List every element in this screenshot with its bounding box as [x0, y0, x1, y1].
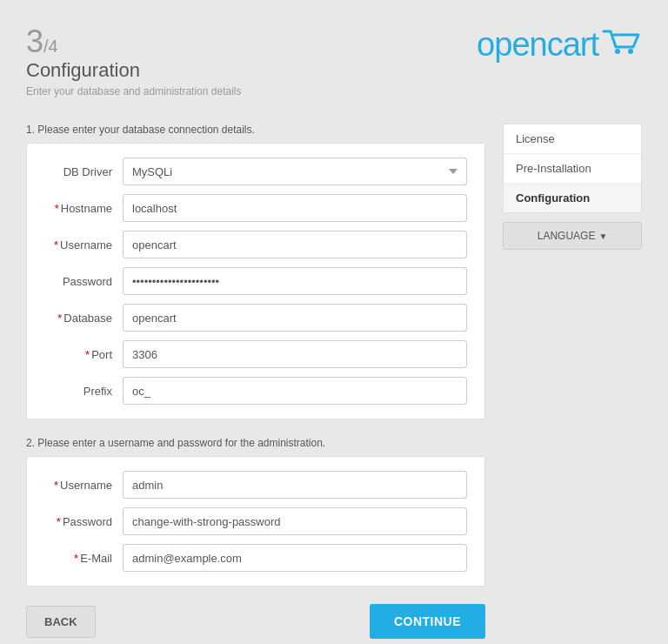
sidebar-nav: License Pre-Installation Configuration	[503, 124, 642, 213]
db-driver-label: DB Driver	[44, 165, 123, 178]
prefix-label: Prefix	[44, 385, 123, 398]
step-info: 3/4 Configuration Enter your database an…	[26, 26, 241, 97]
step-total: /4	[43, 37, 58, 56]
prefix-row: Prefix	[44, 377, 467, 405]
main-content: 1. Please enter your database connection…	[26, 124, 642, 639]
required-star: *	[85, 348, 90, 361]
admin-form-panel: *Username *Password *E-Mail	[26, 456, 485, 587]
database-row: *Database	[44, 304, 467, 332]
admin-password-input[interactable]	[123, 507, 467, 535]
sidebar-item-preinstall[interactable]: Pre-Installation	[504, 154, 641, 184]
sidebar-item-license[interactable]: License	[504, 124, 641, 154]
db-driver-row: DB Driver MySQLi	[44, 158, 467, 185]
db-driver-select[interactable]: MySQLi	[123, 158, 467, 185]
db-password-label: Password	[44, 275, 123, 288]
port-input[interactable]	[123, 340, 467, 368]
svg-point-0	[615, 49, 620, 54]
step-current: 3	[26, 23, 43, 59]
email-row: *E-Mail	[44, 544, 467, 572]
db-username-label: *Username	[44, 238, 123, 252]
hostname-label: *Hostname	[44, 202, 123, 215]
sidebar-item-configuration[interactable]: Configuration	[504, 184, 641, 212]
admin-password-row: *Password	[44, 507, 467, 535]
footer-buttons: BACK CONTINUE	[26, 604, 485, 639]
language-button[interactable]: LANGUAGE ▼	[503, 222, 642, 250]
required-star: *	[74, 552, 78, 565]
admin-username-input[interactable]	[123, 471, 467, 499]
step-number: 3/4	[26, 26, 241, 57]
required-star: *	[57, 312, 62, 325]
language-btn-label: LANGUAGE	[538, 230, 596, 242]
required-star: *	[54, 479, 58, 492]
required-star: *	[54, 238, 58, 252]
admin-username-row: *Username	[44, 471, 467, 499]
required-star: *	[55, 202, 59, 215]
port-row: *Port	[44, 340, 467, 368]
logo-text: opencart	[477, 26, 598, 64]
email-label: *E-Mail	[44, 552, 123, 565]
logo-icon	[602, 28, 642, 62]
hostname-input[interactable]	[123, 194, 467, 222]
admin-username-label: *Username	[44, 479, 123, 492]
page-header: 3/4 Configuration Enter your database an…	[26, 26, 642, 97]
email-input[interactable]	[123, 544, 467, 572]
db-username-input[interactable]	[123, 231, 467, 258]
db-password-row: Password	[44, 267, 467, 295]
sidebar: License Pre-Installation Configuration L…	[503, 124, 642, 639]
svg-point-1	[628, 49, 633, 54]
chevron-down-icon: ▼	[598, 231, 607, 241]
section1-label: 1. Please enter your database connection…	[26, 124, 485, 136]
prefix-input[interactable]	[123, 377, 467, 405]
step-subtitle: Enter your database and administration d…	[26, 85, 241, 97]
required-star: *	[57, 515, 61, 528]
step-title: Configuration	[26, 59, 241, 82]
form-area: 1. Please enter your database connection…	[26, 124, 485, 639]
admin-password-label: *Password	[44, 515, 123, 528]
logo: opencart	[477, 26, 642, 64]
db-password-input[interactable]	[123, 267, 467, 295]
database-input[interactable]	[123, 304, 467, 332]
port-label: *Port	[44, 348, 123, 361]
database-label: *Database	[44, 312, 123, 325]
continue-button[interactable]: CONTINUE	[370, 604, 485, 639]
db-form-panel: DB Driver MySQLi *Hostname *Username	[26, 143, 485, 419]
db-username-row: *Username	[44, 231, 467, 258]
back-button[interactable]: BACK	[26, 606, 96, 638]
hostname-row: *Hostname	[44, 194, 467, 222]
section2-label: 2. Please enter a username and password …	[26, 437, 485, 449]
